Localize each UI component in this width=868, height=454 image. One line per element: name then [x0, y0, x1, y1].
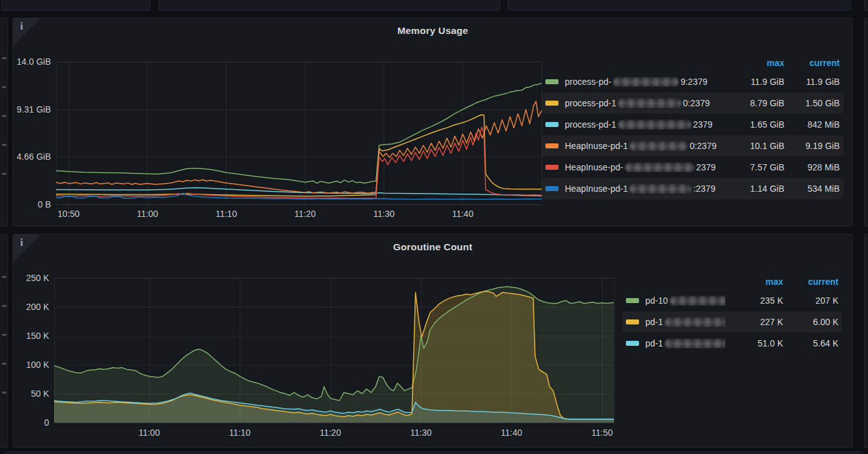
legend-current-value: 11.9 GiB	[784, 77, 840, 87]
series-label: pd-1:2379	[626, 317, 725, 327]
svg-text:10:50: 10:50	[58, 209, 80, 219]
legend-current-value: 928 MiB	[784, 162, 840, 172]
series-color-swatch[interactable]	[545, 165, 559, 170]
redacted-hostname-blur	[618, 99, 681, 108]
series-color-swatch[interactable]	[626, 341, 639, 346]
svg-text:11:40: 11:40	[501, 428, 522, 438]
legend-max-value: 8.79 GiB	[726, 98, 784, 108]
partial-panel-top-right	[508, 0, 851, 11]
redacted-hostname-blur	[665, 339, 725, 348]
legend-current-value: 534 MiB	[784, 184, 840, 194]
legend-row[interactable]: HeapInuse-pd-23797.57 GiB928 MiB	[542, 157, 843, 178]
redacted-hostname-blur	[630, 184, 691, 194]
series-label: pd-1:2379	[626, 338, 725, 348]
svg-text:4.66 GiB: 4.66 GiB	[17, 152, 51, 162]
svg-text:11:10: 11:10	[229, 428, 250, 438]
redacted-hostname-blur	[625, 163, 694, 172]
legend-row[interactable]: process-pd-10:23798.79 GiB1.50 GiB	[542, 92, 843, 114]
svg-text:11:00: 11:00	[136, 209, 158, 219]
legend-sort-max[interactable]: max	[726, 58, 784, 68]
series-label: process-pd-10:2379	[545, 98, 726, 108]
legend-row[interactable]: pd-102379235 K207 K	[622, 290, 842, 311]
series-label: process-pd-12379	[545, 119, 726, 130]
series-color-swatch[interactable]	[545, 143, 559, 148]
legend-current-value: 5.64 K	[783, 338, 838, 348]
legend-sort-max[interactable]: max	[725, 277, 783, 287]
redacted-hostname-blur	[618, 120, 691, 130]
partial-panel-left-goroutine-row	[0, 234, 8, 448]
grafana-dashboard: i Memory Usage 0 B4.66 GiB9.31 GiB14.0 G…	[0, 0, 868, 454]
svg-text:11:20: 11:20	[294, 209, 316, 219]
series-color-swatch[interactable]	[545, 122, 559, 127]
svg-text:11:30: 11:30	[410, 428, 431, 438]
panel-memory-usage: i Memory Usage 0 B4.66 GiB9.31 GiB14.0 G…	[13, 18, 853, 226]
legend-current-value: 842 MiB	[784, 119, 840, 130]
legend-header-row: maxcurrent	[542, 55, 843, 71]
goroutine-legend-table: maxcurrentpd-102379235 K207 Kpd-1:237922…	[622, 274, 842, 354]
svg-text:11:10: 11:10	[216, 209, 237, 219]
legend-current-value: 9.19 GiB	[784, 141, 840, 151]
series-label: HeapInuse-pd-2379	[545, 162, 726, 172]
legend-current-value: 6.00 K	[783, 317, 838, 327]
svg-text:14.0 GiB: 14.0 GiB	[17, 57, 51, 67]
legend-max-value: 235 K	[725, 296, 783, 306]
svg-text:9.31 GiB: 9.31 GiB	[17, 104, 51, 114]
partial-panel-right-memory-row	[864, 18, 868, 226]
svg-text:150 K: 150 K	[26, 331, 49, 341]
legend-current-value: 1.50 GiB	[784, 98, 840, 108]
legend-sort-current[interactable]: current	[783, 277, 838, 287]
svg-text:0: 0	[44, 418, 49, 428]
legend-max-value: 51.0 K	[725, 338, 783, 348]
legend-row[interactable]: HeapInuse-pd-1:23791.14 GiB534 MiB	[542, 178, 843, 199]
svg-text:100 K: 100 K	[26, 360, 49, 370]
partial-panel-left-memory-row	[0, 18, 8, 226]
partial-panel-bottom	[5, 451, 863, 454]
svg-text:11:40: 11:40	[452, 209, 474, 219]
svg-text:0 B: 0 B	[38, 199, 51, 209]
svg-text:250 K: 250 K	[26, 273, 49, 283]
legend-max-value: 227 K	[725, 317, 783, 327]
legend-max-value: 11.9 GiB	[726, 77, 784, 87]
series-label: pd-102379	[626, 296, 725, 306]
legend-row[interactable]: process-pd-123791.65 GiB842 MiB	[542, 114, 843, 135]
series-color-swatch[interactable]	[626, 298, 639, 303]
memory-legend-table: maxcurrentprocess-pd-9:237911.9 GiB11.9 …	[542, 55, 843, 199]
partial-panel-top-center	[159, 0, 500, 11]
svg-text:11:50: 11:50	[591, 428, 613, 438]
series-label: HeapInuse-pd-10:2379	[545, 141, 726, 151]
redacted-hostname-blur	[613, 77, 679, 87]
legend-max-value: 10.1 GiB	[726, 141, 784, 151]
svg-text:11:00: 11:00	[138, 428, 160, 438]
redacted-hostname-blur	[665, 318, 725, 327]
legend-current-value: 207 K	[783, 296, 838, 306]
partial-panel-right-goroutine-row	[864, 234, 868, 448]
partial-panel-top-left	[1, 0, 150, 11]
legend-row[interactable]: process-pd-9:237911.9 GiB11.9 GiB	[542, 71, 843, 92]
svg-text:11:20: 11:20	[320, 428, 341, 438]
series-color-swatch[interactable]	[545, 79, 559, 84]
series-color-swatch[interactable]	[545, 186, 559, 191]
series-color-swatch[interactable]	[626, 319, 639, 324]
partial-panel-right-top-row	[864, 0, 868, 11]
svg-text:200 K: 200 K	[26, 302, 49, 312]
redacted-hostname-blur	[630, 141, 687, 151]
series-label: HeapInuse-pd-1:2379	[545, 184, 726, 194]
redacted-hostname-blur	[670, 296, 725, 306]
panel-goroutine-count: i Goroutine Count 050 K100 K150 K200 K25…	[13, 234, 853, 448]
legend-sort-current[interactable]: current	[784, 58, 840, 68]
legend-max-value: 7.57 GiB	[726, 162, 784, 172]
legend-row[interactable]: pd-1:2379227 K6.00 K	[622, 311, 842, 333]
legend-row[interactable]: pd-1:237951.0 K5.64 K	[622, 333, 842, 354]
legend-header-row: maxcurrent	[622, 274, 842, 290]
series-color-swatch[interactable]	[545, 101, 559, 106]
legend-max-value: 1.14 GiB	[726, 184, 784, 194]
svg-text:50 K: 50 K	[31, 389, 49, 399]
legend-row[interactable]: HeapInuse-pd-10:237910.1 GiB9.19 GiB	[542, 135, 843, 157]
series-label: process-pd-9:2379	[545, 77, 726, 87]
svg-text:11:30: 11:30	[373, 209, 394, 219]
legend-max-value: 1.65 GiB	[726, 119, 784, 130]
